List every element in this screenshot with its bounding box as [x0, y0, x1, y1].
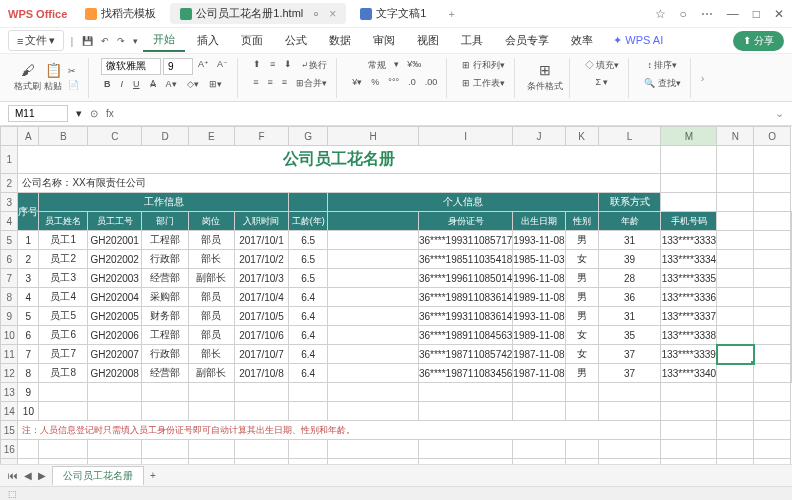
- align-mid[interactable]: ≡: [267, 58, 278, 73]
- cell[interactable]: [717, 288, 754, 307]
- sum-button[interactable]: Σ ▾: [592, 76, 611, 88]
- data-cell[interactable]: 36****198711083456: [418, 364, 512, 383]
- data-cell[interactable]: 36****198711085742: [418, 345, 512, 364]
- data-cell[interactable]: [328, 345, 419, 364]
- data-cell[interactable]: 女: [565, 326, 598, 345]
- data-cell[interactable]: GH202006: [88, 326, 142, 345]
- data-cell[interactable]: 2: [18, 250, 39, 269]
- data-cell[interactable]: [328, 364, 419, 383]
- data-cell[interactable]: 36****198911084563: [418, 326, 512, 345]
- close-icon[interactable]: ⚬: [311, 7, 321, 21]
- data-cell[interactable]: 员工8: [39, 364, 88, 383]
- row-col-button[interactable]: ⊞ 行和列▾: [459, 58, 508, 73]
- data-cell[interactable]: 1: [18, 231, 39, 250]
- data-cell[interactable]: 1987-11-08: [513, 345, 565, 364]
- format-painter[interactable]: 🖌格式刷: [14, 62, 41, 93]
- sort-button[interactable]: ↕ 排序▾: [644, 58, 680, 73]
- currency-icon[interactable]: ¥‰: [404, 58, 424, 73]
- find-button[interactable]: 🔍 查找▾: [641, 76, 684, 91]
- redo-icon[interactable]: ↷: [114, 35, 128, 47]
- strike-button[interactable]: A̶: [147, 78, 159, 90]
- undo-icon[interactable]: ↶: [98, 35, 112, 47]
- cell[interactable]: [717, 326, 754, 345]
- col-header[interactable]: I: [418, 127, 512, 146]
- data-cell[interactable]: 6.4: [288, 345, 327, 364]
- data-cell[interactable]: 39: [598, 250, 661, 269]
- data-cell[interactable]: 部员: [188, 326, 234, 345]
- data-cell[interactable]: 133****3337: [661, 307, 717, 326]
- tab-start[interactable]: 开始: [143, 29, 185, 52]
- data-cell[interactable]: 6.5: [288, 231, 327, 250]
- col-header[interactable]: F: [234, 127, 288, 146]
- share-button[interactable]: ⬆ 分享: [733, 31, 784, 51]
- data-cell[interactable]: 36****198511035418: [418, 250, 512, 269]
- percent-icon[interactable]: ¥▾: [349, 76, 365, 88]
- data-cell[interactable]: 37: [598, 345, 661, 364]
- data-cell[interactable]: 男: [565, 288, 598, 307]
- data-cell[interactable]: 工程部: [142, 326, 188, 345]
- font-color[interactable]: A▾: [163, 78, 180, 90]
- decrease-font[interactable]: A⁻: [214, 58, 231, 75]
- data-cell[interactable]: 133****3340: [661, 364, 717, 383]
- data-cell[interactable]: 6: [18, 326, 39, 345]
- data-cell[interactable]: GH202007: [88, 345, 142, 364]
- spreadsheet-grid[interactable]: ABCDEFGHIJKLMNO 1公司员工花名册 2公司名称：XX有限责任公司 …: [0, 126, 792, 466]
- cell[interactable]: [717, 231, 754, 250]
- data-cell[interactable]: 经营部: [142, 364, 188, 383]
- minimize-button[interactable]: —: [727, 7, 739, 21]
- data-cell[interactable]: 133****3335: [661, 269, 717, 288]
- data-cell[interactable]: GH202001: [88, 231, 142, 250]
- data-cell[interactable]: 女: [565, 250, 598, 269]
- data-cell[interactable]: GH202005: [88, 307, 142, 326]
- data-cell[interactable]: 31: [598, 231, 661, 250]
- file-tab-active[interactable]: 公司员工花名册1.html⚬×: [170, 3, 346, 24]
- data-cell[interactable]: 员工1: [39, 231, 88, 250]
- align-left[interactable]: ≡: [250, 76, 261, 91]
- data-cell[interactable]: 36****198911083614: [418, 288, 512, 307]
- data-cell[interactable]: [328, 269, 419, 288]
- col-header[interactable]: [1, 127, 18, 146]
- data-cell[interactable]: 男: [565, 269, 598, 288]
- increase-font[interactable]: A⁺: [195, 58, 212, 75]
- sheet-nav-next[interactable]: ▶: [38, 470, 46, 481]
- data-cell[interactable]: 1985-11-03: [513, 250, 565, 269]
- data-cell[interactable]: 部员: [188, 288, 234, 307]
- cell[interactable]: [717, 269, 754, 288]
- data-cell[interactable]: 8: [18, 364, 39, 383]
- data-cell[interactable]: 133****3336: [661, 288, 717, 307]
- row-header[interactable]: 10: [1, 326, 18, 345]
- col-header[interactable]: G: [288, 127, 327, 146]
- data-cell[interactable]: 员工3: [39, 269, 88, 288]
- tab-tools[interactable]: 工具: [451, 30, 493, 51]
- collapse-icon[interactable]: ⌄: [775, 107, 784, 120]
- col-header[interactable]: H: [328, 127, 419, 146]
- fx-label[interactable]: fx: [106, 108, 114, 119]
- col-header[interactable]: O: [754, 127, 791, 146]
- data-cell[interactable]: 2017/10/4: [234, 288, 288, 307]
- data-cell[interactable]: 7: [18, 345, 39, 364]
- merge-cells[interactable]: ⊞合并▾: [293, 76, 330, 91]
- data-cell[interactable]: 2017/10/2: [234, 250, 288, 269]
- data-cell[interactable]: 6.5: [288, 250, 327, 269]
- cell[interactable]: [717, 364, 754, 383]
- data-cell[interactable]: 男: [565, 364, 598, 383]
- data-cell[interactable]: 员工5: [39, 307, 88, 326]
- data-cell[interactable]: GH202004: [88, 288, 142, 307]
- data-cell[interactable]: 部长: [188, 345, 234, 364]
- data-cell[interactable]: 36****199311085717: [418, 231, 512, 250]
- data-cell[interactable]: 行政部: [142, 345, 188, 364]
- row-header[interactable]: 1: [1, 146, 18, 174]
- row-header[interactable]: 5: [1, 231, 18, 250]
- data-cell[interactable]: 6.5: [288, 269, 327, 288]
- data-cell[interactable]: 4: [18, 288, 39, 307]
- row-header[interactable]: 11: [1, 345, 18, 364]
- data-cell[interactable]: 35: [598, 326, 661, 345]
- col-header[interactable]: L: [598, 127, 661, 146]
- file-menu[interactable]: ≡文件▾: [8, 30, 64, 51]
- wps-ai-button[interactable]: ✦ WPS AI: [613, 34, 663, 47]
- data-cell[interactable]: 副部长: [188, 364, 234, 383]
- data-cell[interactable]: GH202002: [88, 250, 142, 269]
- data-cell[interactable]: 37: [598, 364, 661, 383]
- col-header[interactable]: K: [565, 127, 598, 146]
- data-cell[interactable]: 3: [18, 269, 39, 288]
